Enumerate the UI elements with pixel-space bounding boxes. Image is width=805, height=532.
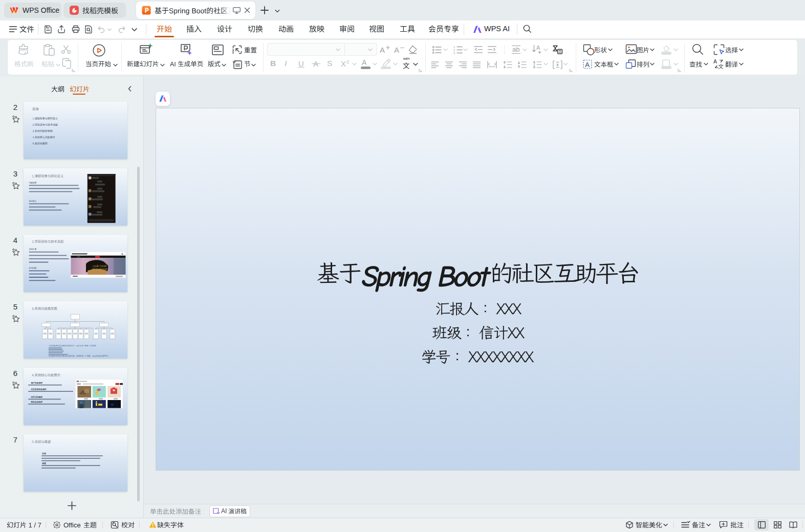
svg-text:A: A (713, 58, 717, 64)
svg-text:A: A (536, 45, 540, 51)
svg-text:A: A (585, 61, 590, 69)
svg-text:3: 3 (453, 52, 455, 55)
